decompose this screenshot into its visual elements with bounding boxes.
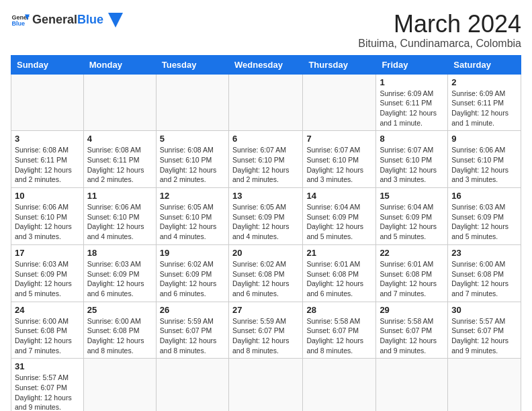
day-number: 23	[451, 248, 517, 258]
calendar-cell: 15Sunrise: 6:04 AM Sunset: 6:09 PM Dayli…	[376, 188, 448, 245]
calendar-cell: 13Sunrise: 6:05 AM Sunset: 6:09 PM Dayli…	[228, 188, 302, 245]
day-number: 18	[87, 248, 152, 258]
day-info: Sunrise: 5:58 AM Sunset: 6:07 PM Dayligh…	[380, 316, 444, 356]
day-info: Sunrise: 6:00 AM Sunset: 6:08 PM Dayligh…	[15, 316, 80, 356]
calendar-cell	[376, 359, 448, 411]
calendar-cell: 18Sunrise: 6:03 AM Sunset: 6:09 PM Dayli…	[83, 244, 156, 302]
calendar-cell: 16Sunrise: 6:03 AM Sunset: 6:09 PM Dayli…	[448, 188, 521, 245]
calendar-cell	[83, 74, 156, 131]
day-number: 26	[160, 305, 225, 315]
day-info: Sunrise: 5:59 AM Sunset: 6:07 PM Dayligh…	[160, 316, 225, 356]
calendar-cell: 21Sunrise: 6:01 AM Sunset: 6:08 PM Dayli…	[303, 244, 376, 302]
day-number: 28	[306, 305, 372, 315]
calendar-week-row: 31Sunrise: 5:57 AM Sunset: 6:07 PM Dayli…	[11, 359, 521, 411]
col-monday: Monday	[83, 55, 156, 74]
day-number: 4	[87, 134, 152, 144]
day-number: 17	[15, 248, 80, 258]
day-number: 25	[87, 305, 152, 315]
day-number: 6	[232, 134, 299, 144]
day-number: 24	[15, 305, 80, 315]
day-number: 20	[232, 248, 299, 258]
day-info: Sunrise: 6:04 AM Sunset: 6:09 PM Dayligh…	[306, 202, 372, 242]
calendar-cell: 6Sunrise: 6:07 AM Sunset: 6:10 PM Daylig…	[228, 131, 302, 188]
day-number: 29	[380, 305, 444, 315]
col-friday: Friday	[376, 55, 448, 74]
header-area: General Blue GeneralBlue March 2024 Bitu…	[11, 11, 521, 50]
day-info: Sunrise: 6:03 AM Sunset: 6:09 PM Dayligh…	[15, 259, 80, 299]
day-number: 15	[380, 191, 444, 201]
calendar-cell: 29Sunrise: 5:58 AM Sunset: 6:07 PM Dayli…	[376, 302, 448, 359]
calendar-cell: 26Sunrise: 5:59 AM Sunset: 6:07 PM Dayli…	[156, 302, 228, 359]
calendar-cell: 24Sunrise: 6:00 AM Sunset: 6:08 PM Dayli…	[11, 302, 84, 359]
day-info: Sunrise: 6:01 AM Sunset: 6:08 PM Dayligh…	[380, 259, 444, 299]
calendar-cell	[83, 359, 156, 411]
calendar-cell: 1Sunrise: 6:09 AM Sunset: 6:11 PM Daylig…	[376, 74, 448, 131]
day-info: Sunrise: 6:08 AM Sunset: 6:10 PM Dayligh…	[160, 145, 225, 185]
day-info: Sunrise: 6:00 AM Sunset: 6:08 PM Dayligh…	[451, 259, 517, 299]
calendar-week-row: 10Sunrise: 6:06 AM Sunset: 6:10 PM Dayli…	[11, 188, 521, 245]
calendar-cell	[228, 359, 302, 411]
calendar-cell: 5Sunrise: 6:08 AM Sunset: 6:10 PM Daylig…	[156, 131, 228, 188]
col-tuesday: Tuesday	[156, 55, 228, 74]
day-number: 11	[87, 191, 152, 201]
day-number: 7	[306, 134, 372, 144]
day-info: Sunrise: 6:09 AM Sunset: 6:11 PM Dayligh…	[380, 89, 444, 128]
calendar-week-row: 24Sunrise: 6:00 AM Sunset: 6:08 PM Dayli…	[11, 302, 521, 359]
calendar-body: 1Sunrise: 6:09 AM Sunset: 6:11 PM Daylig…	[11, 74, 521, 411]
day-number: 9	[451, 134, 517, 144]
logo-general: General	[32, 13, 77, 26]
day-info: Sunrise: 6:07 AM Sunset: 6:10 PM Dayligh…	[232, 145, 299, 185]
col-wednesday: Wednesday	[228, 55, 302, 74]
svg-marker-3	[108, 13, 123, 28]
calendar-week-row: 3Sunrise: 6:08 AM Sunset: 6:11 PM Daylig…	[11, 131, 521, 188]
day-number: 27	[232, 305, 299, 315]
calendar-cell: 25Sunrise: 6:00 AM Sunset: 6:08 PM Dayli…	[83, 302, 156, 359]
logo-triangle-icon	[108, 13, 123, 28]
day-info: Sunrise: 6:04 AM Sunset: 6:09 PM Dayligh…	[380, 202, 444, 242]
day-info: Sunrise: 6:08 AM Sunset: 6:11 PM Dayligh…	[15, 145, 80, 185]
calendar-cell: 22Sunrise: 6:01 AM Sunset: 6:08 PM Dayli…	[376, 244, 448, 302]
calendar-cell	[156, 359, 228, 411]
day-info: Sunrise: 6:06 AM Sunset: 6:10 PM Dayligh…	[87, 202, 152, 242]
day-info: Sunrise: 6:02 AM Sunset: 6:08 PM Dayligh…	[232, 259, 299, 299]
day-info: Sunrise: 6:07 AM Sunset: 6:10 PM Dayligh…	[306, 145, 372, 185]
col-saturday: Saturday	[448, 55, 521, 74]
day-info: Sunrise: 6:01 AM Sunset: 6:08 PM Dayligh…	[306, 259, 372, 299]
calendar-cell	[228, 74, 302, 131]
calendar-cell: 23Sunrise: 6:00 AM Sunset: 6:08 PM Dayli…	[448, 244, 521, 302]
title-area: March 2024 Bituima, Cundinamarca, Colomb…	[358, 11, 521, 50]
calendar-header-row: Sunday Monday Tuesday Wednesday Thursday…	[11, 55, 521, 74]
col-sunday: Sunday	[11, 55, 84, 74]
logo: General Blue GeneralBlue	[11, 11, 123, 30]
calendar-cell: 17Sunrise: 6:03 AM Sunset: 6:09 PM Dayli…	[11, 244, 84, 302]
day-number: 22	[380, 248, 444, 258]
day-info: Sunrise: 6:06 AM Sunset: 6:10 PM Dayligh…	[15, 202, 80, 242]
calendar-cell	[156, 74, 228, 131]
day-number: 8	[380, 134, 444, 144]
calendar-cell: 28Sunrise: 5:58 AM Sunset: 6:07 PM Dayli…	[303, 302, 376, 359]
svg-text:Blue: Blue	[11, 20, 25, 27]
calendar-cell	[303, 359, 376, 411]
day-number: 30	[451, 305, 517, 315]
calendar-cell: 14Sunrise: 6:04 AM Sunset: 6:09 PM Dayli…	[303, 188, 376, 245]
calendar-cell: 8Sunrise: 6:07 AM Sunset: 6:10 PM Daylig…	[376, 131, 448, 188]
day-info: Sunrise: 5:59 AM Sunset: 6:07 PM Dayligh…	[232, 316, 299, 356]
calendar-week-row: 1Sunrise: 6:09 AM Sunset: 6:11 PM Daylig…	[11, 74, 521, 131]
day-number: 1	[380, 77, 444, 87]
calendar-title: March 2024	[358, 11, 521, 38]
day-info: Sunrise: 5:58 AM Sunset: 6:07 PM Dayligh…	[306, 316, 372, 356]
calendar-cell	[11, 74, 84, 131]
calendar-cell: 12Sunrise: 6:05 AM Sunset: 6:10 PM Dayli…	[156, 188, 228, 245]
day-number: 16	[451, 191, 517, 201]
calendar-cell: 19Sunrise: 6:02 AM Sunset: 6:09 PM Dayli…	[156, 244, 228, 302]
generalblue-logo-icon: General Blue	[11, 11, 30, 30]
day-info: Sunrise: 6:06 AM Sunset: 6:10 PM Dayligh…	[451, 145, 517, 185]
day-number: 10	[15, 191, 80, 201]
calendar-cell: 27Sunrise: 5:59 AM Sunset: 6:07 PM Dayli…	[228, 302, 302, 359]
day-info: Sunrise: 6:09 AM Sunset: 6:11 PM Dayligh…	[451, 89, 517, 128]
calendar-cell: 31Sunrise: 5:57 AM Sunset: 6:07 PM Dayli…	[11, 359, 84, 411]
logo-blue: Blue	[77, 13, 103, 26]
calendar-cell	[303, 74, 376, 131]
calendar-cell: 2Sunrise: 6:09 AM Sunset: 6:11 PM Daylig…	[448, 74, 521, 131]
calendar-cell: 7Sunrise: 6:07 AM Sunset: 6:10 PM Daylig…	[303, 131, 376, 188]
